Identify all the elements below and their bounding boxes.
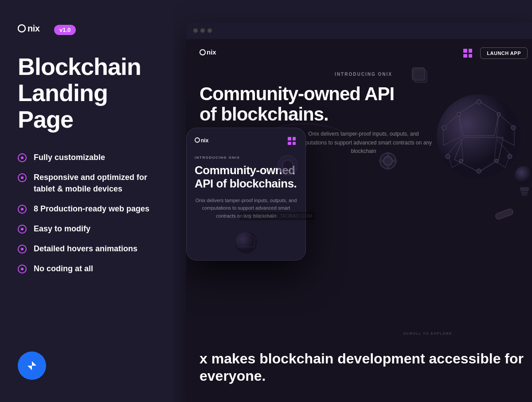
feature-dot-2 <box>18 173 27 182</box>
grid-dot-1 <box>463 49 467 53</box>
browser-content: nix LAUNCH APP INT <box>186 39 532 402</box>
capsule-object <box>494 207 514 222</box>
feature-dot-6 <box>18 265 27 273</box>
browser-bar <box>186 22 532 39</box>
grid-dot-3 <box>463 54 467 58</box>
mobile-grid-dot-2 <box>293 137 296 141</box>
browser-dot-3 <box>207 28 212 33</box>
svg-rect-31 <box>520 187 529 190</box>
mobile-grid-dot-1 <box>288 137 291 141</box>
onix-nav-right: LAUNCH APP <box>461 46 528 60</box>
bottom-text-overlay: x makes blockchain development accessibl… <box>186 350 532 384</box>
version-badge: v1.0 <box>54 25 76 35</box>
grid-dot-4 <box>469 54 473 58</box>
svg-rect-32 <box>521 191 528 193</box>
feature-dot-1 <box>18 153 27 162</box>
browser-dot-1 <box>193 28 198 33</box>
watermark: 早道大咖 IAMDK.TAOBAO.COM <box>239 212 315 220</box>
svg-point-0 <box>18 25 25 32</box>
svg-point-15 <box>477 169 481 173</box>
feature-dot-5 <box>18 245 27 254</box>
browser-window: nix LAUNCH APP INT <box>186 22 532 402</box>
mobile-mockup: nix <box>186 128 306 261</box>
right-panel: nix LAUNCH APP INT <box>173 0 532 402</box>
left-panel: nix v1.0 Blockchain Landing Page Fully c… <box>0 0 173 402</box>
svg-text:nix: nix <box>27 23 40 33</box>
scroll-label: SCROLL TO EXPLORE <box>403 332 452 336</box>
framer-button[interactable] <box>18 351 46 380</box>
feature-text-6: No coding at all <box>34 263 93 274</box>
hero-title: Community-owned API of blockchains. <box>200 84 412 125</box>
mobile-nav: nix <box>187 128 305 152</box>
svg-point-2 <box>200 50 205 55</box>
feature-text-1: Fully customizable <box>34 152 105 163</box>
feature-text-5: Detailed hovers animations <box>34 243 137 254</box>
svg-rect-33 <box>522 193 527 195</box>
svg-rect-34 <box>495 208 514 220</box>
mobile-grid-dot-3 <box>288 142 291 145</box>
feature-dot-4 <box>18 225 27 234</box>
mobile-logo: nix <box>195 136 217 146</box>
feature-item-2: Responsive and optimized for tablet & mo… <box>18 172 155 194</box>
introducing-label: INTRODUCING ONIX <box>200 72 528 77</box>
grid-icon-button[interactable] <box>461 46 475 60</box>
svg-point-30 <box>515 166 532 185</box>
brand-name: nix <box>18 22 49 38</box>
feature-text-3: 8 Production-ready web pages <box>34 203 149 215</box>
svg-point-39 <box>235 231 257 254</box>
svg-text:nix: nix <box>207 48 216 56</box>
onix-nav: nix LAUNCH APP <box>186 39 532 67</box>
small-cube-object <box>512 163 532 200</box>
feature-item-6: No coding at all <box>18 263 155 274</box>
svg-point-35 <box>195 138 200 142</box>
mobile-grid-icon[interactable] <box>286 135 297 147</box>
onix-logo: nix <box>200 47 224 59</box>
svg-rect-27 <box>387 166 389 170</box>
brand-row: nix v1.0 <box>18 22 155 38</box>
hero-subtitle: Onix delivers tamper-proof inputs, outpu… <box>293 130 434 156</box>
page-title: Blockchain Landing Page <box>18 54 155 133</box>
main-container: nix v1.0 Blockchain Landing Page Fully c… <box>0 0 532 402</box>
feature-text-2: Responsive and optimized for tablet & mo… <box>34 172 155 194</box>
features-list: Fully customizable Responsive and optimi… <box>18 152 155 274</box>
feature-item-1: Fully customizable <box>18 152 155 163</box>
bottom-hero-text: x makes blockchain development accessibl… <box>200 350 528 384</box>
grid-dot-2 <box>469 49 473 53</box>
svg-text:nix: nix <box>201 137 209 144</box>
feature-dot-3 <box>18 205 27 214</box>
svg-point-38 <box>282 160 293 171</box>
feature-item-5: Detailed hovers animations <box>18 243 155 254</box>
feature-item-4: Easy to modify <box>18 223 155 234</box>
feature-text-4: Easy to modify <box>34 223 90 234</box>
launch-app-button[interactable]: LAUNCH APP <box>480 47 528 59</box>
feature-item-3: 8 Production-ready web pages <box>18 203 155 215</box>
mobile-grid-dot-4 <box>293 142 296 145</box>
browser-dot-2 <box>200 28 205 33</box>
